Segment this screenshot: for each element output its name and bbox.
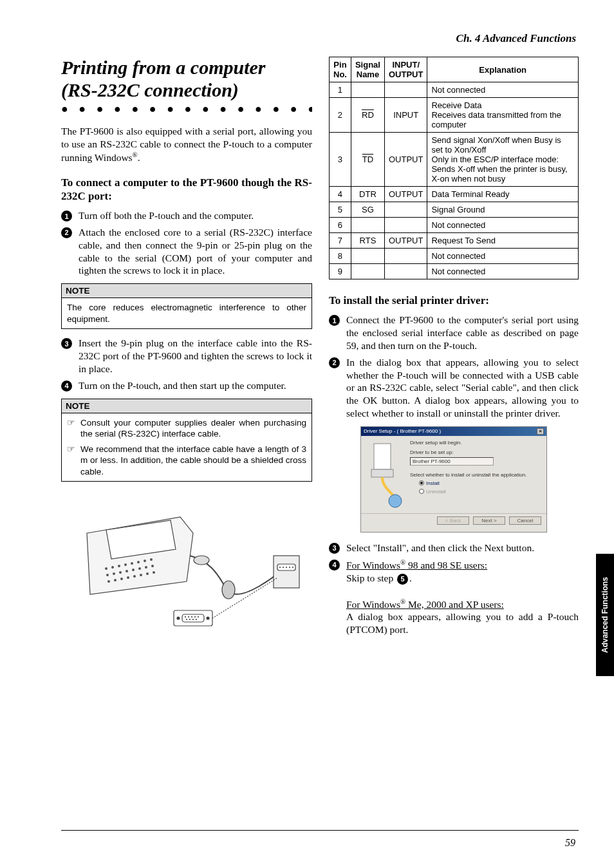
table-row: 4DTROUTPUTData Terminal Ready	[330, 187, 579, 202]
svg-point-42	[186, 619, 187, 620]
table-row: 3TDOUTPUTSend signal Xon/Xoff when Busy …	[330, 133, 579, 187]
note-body: The core reduces electromagnetic interfe…	[62, 298, 312, 328]
svg-point-0	[105, 567, 107, 570]
step-number-icon: 3	[329, 543, 340, 554]
step-c1: 1 Connect the PT-9600 to the computer's …	[329, 314, 579, 352]
footer-rule	[61, 830, 579, 831]
svg-point-30	[286, 567, 287, 568]
svg-rect-47	[371, 469, 393, 477]
svg-point-9	[113, 572, 115, 575]
svg-point-25	[222, 581, 235, 599]
th-pin: PinNo.	[330, 57, 351, 82]
title-line2: (RS-232C connection)	[61, 79, 239, 100]
th-exp: Explanation	[427, 57, 579, 82]
step-number-icon: 1	[329, 315, 340, 326]
side-tab-label: Advanced Functions	[600, 577, 609, 653]
note-body: ☞ Consult your computer supplies dealer …	[62, 413, 312, 482]
svg-point-13	[138, 567, 141, 570]
screenshot-graphic	[366, 440, 405, 511]
subheading-install: To install the serial printer driver:	[329, 294, 579, 307]
back-button: < Back	[437, 516, 469, 525]
note-box-1: NOTE The core reduces electromagnetic in…	[61, 283, 312, 329]
svg-point-22	[146, 572, 149, 575]
step-c3: 3 Select "Install", and then click the N…	[329, 542, 579, 554]
intro-paragraph: The PT-9600 is also equipped with a seri…	[61, 125, 312, 164]
page-number: 59	[565, 837, 575, 849]
step-number-icon: 4	[329, 560, 340, 571]
svg-point-5	[137, 561, 140, 563]
table-row: 5SGSignal Ground	[330, 202, 579, 218]
svg-point-44	[192, 619, 194, 620]
close-icon: ×	[537, 428, 544, 435]
th-signal: SignalName	[351, 57, 384, 82]
svg-point-12	[132, 569, 135, 571]
svg-point-39	[191, 616, 192, 618]
step-number-icon: 2	[61, 227, 72, 238]
svg-point-38	[188, 616, 189, 618]
svg-point-21	[140, 574, 142, 576]
svg-point-29	[283, 567, 284, 568]
screenshot-titlebar: Driver Setup - ( Brother PT-9600 ) ×	[361, 427, 546, 436]
steps-install-cont: 3 Select "Install", and then click the N…	[329, 542, 579, 636]
pointer-icon: ☞	[67, 444, 75, 478]
step-3: 3 Insert the 9-pin plug on the interface…	[61, 337, 312, 375]
svg-point-18	[120, 578, 123, 580]
note-header: NOTE	[62, 284, 312, 298]
svg-point-15	[151, 565, 154, 567]
step-4: 4 Turn on the P-touch, and then start up…	[61, 379, 312, 392]
th-io: INPUT/OUTPUT	[384, 57, 427, 82]
title-line1: Printing from a computer	[61, 57, 266, 78]
svg-point-19	[127, 576, 129, 579]
chapter-header: Ch. 4 Advanced Functions	[61, 32, 579, 45]
table-row: 8Not connected	[330, 249, 579, 264]
svg-point-45	[196, 619, 197, 620]
radio-uninstall: Uninstall	[419, 489, 541, 495]
radio-install: Install	[419, 480, 541, 486]
step-1: 1 Turn off both the P-touch and the comp…	[61, 209, 312, 222]
svg-point-2	[118, 565, 120, 567]
screenshot-text: Driver setup will begin. Driver to be se…	[410, 440, 541, 511]
table-row: 9Not connected	[330, 264, 579, 279]
driver-setup-screenshot: Driver Setup - ( Brother PT-9600 ) × Dri…	[360, 426, 547, 533]
svg-point-20	[133, 575, 136, 578]
svg-point-17	[114, 579, 116, 581]
svg-point-4	[131, 562, 133, 565]
svg-point-7	[150, 558, 153, 561]
note-box-2: NOTE ☞ Consult your computer supplies de…	[61, 399, 312, 482]
step-number-icon: 3	[61, 338, 72, 349]
svg-point-35	[177, 617, 180, 619]
svg-point-1	[111, 566, 114, 569]
table-row: 2RDINPUTReceive DataReceives data transm…	[330, 98, 579, 133]
svg-point-10	[119, 571, 122, 574]
screenshot-buttons: < Back Next > Cancel	[361, 513, 546, 527]
svg-rect-26	[274, 556, 299, 588]
svg-point-48	[389, 495, 402, 507]
step-number-icon: 4	[61, 381, 72, 392]
side-tab: Advanced Functions	[596, 554, 614, 676]
svg-point-36	[207, 617, 209, 619]
svg-point-37	[185, 616, 186, 618]
svg-point-24	[194, 556, 209, 565]
svg-point-41	[198, 616, 199, 618]
subheading-connect: To connect a computer to the PT-9600 tho…	[61, 176, 312, 203]
title-dots: ● ● ● ● ● ● ● ● ● ● ● ● ● ● ● ● ● ● ● ● …	[61, 102, 312, 116]
step-number-icon: 2	[329, 357, 340, 368]
device-cable-illustration	[61, 495, 312, 630]
svg-point-28	[279, 567, 281, 568]
svg-point-8	[106, 574, 109, 576]
cancel-button: Cancel	[509, 516, 541, 525]
step-number-icon: 1	[61, 211, 72, 222]
svg-point-16	[107, 580, 110, 583]
steps-connect-a: 1 Turn off both the P-touch and the comp…	[61, 209, 312, 277]
svg-point-23	[153, 571, 155, 574]
pointer-icon: ☞	[67, 417, 75, 440]
step-2: 2 Attach the enclosed core to a serial (…	[61, 226, 312, 277]
section-title: Printing from a computer (RS-232C connec…	[61, 57, 312, 101]
svg-point-6	[144, 560, 146, 562]
svg-point-31	[289, 567, 290, 568]
table-row: 7RTSOUTPUTRequest To Send	[330, 233, 579, 249]
note-item-text: Consult your computer supplies dealer wh…	[80, 417, 306, 440]
svg-point-32	[292, 567, 293, 568]
radio-icon	[419, 480, 424, 486]
next-button: Next >	[473, 516, 505, 525]
